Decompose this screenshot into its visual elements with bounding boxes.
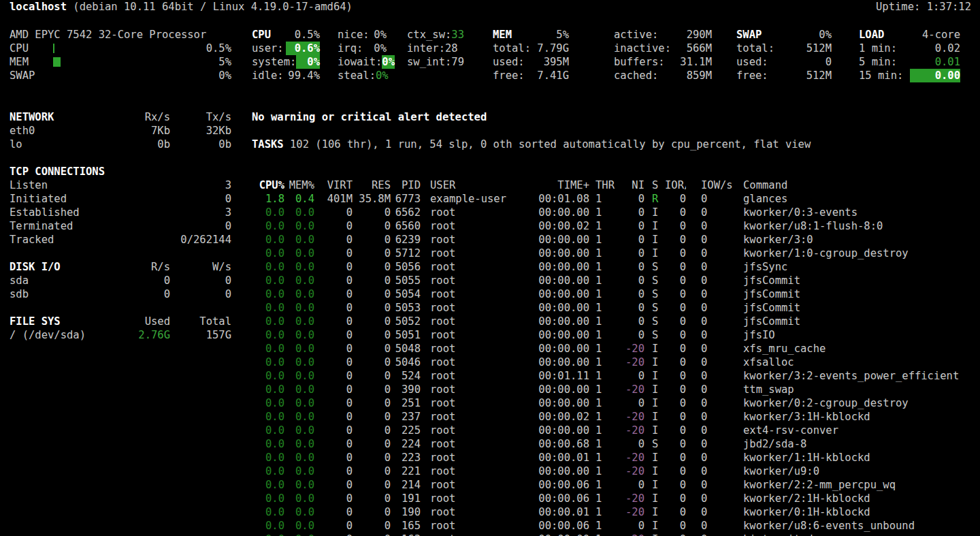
col-header-virt: VIRT	[314, 178, 353, 192]
process-cell-cpu: 0.0	[259, 233, 284, 247]
process-cell-time: 00:00.00	[532, 356, 589, 369]
process-cell-iow: 0	[686, 369, 743, 383]
kv-row: idle:99.4%	[252, 69, 320, 82]
col-header-s: S	[644, 178, 665, 192]
process-cell-ior: 0	[665, 233, 686, 247]
kv-value: 0.5%	[286, 28, 320, 42]
kv-row: 15 min:0.00	[859, 69, 960, 82]
process-cell-virt: 0	[314, 533, 353, 536]
cpu-usage-bar-fill	[53, 44, 54, 53]
process-cell-pid: 165	[391, 519, 421, 533]
process-cell-time: 00:00.68	[532, 437, 589, 451]
kv-row: buffers:31.1M	[614, 55, 712, 69]
process-cell-iow: 0	[686, 219, 743, 233]
kv-row: inactive:566M	[614, 42, 712, 55]
uptime: Uptime: 1:37:12	[876, 0, 971, 14]
process-cell-mem: 0.0	[284, 356, 314, 369]
process-row: 0.00.000165root00:00.0610I00kworker/u8:6…	[259, 519, 980, 533]
process-cell-mem: 0.0	[284, 464, 314, 478]
kv-label: FILE SYS	[10, 315, 109, 328]
process-cell-mem: 0.0	[284, 342, 314, 356]
process-cell-ior: 0	[665, 192, 686, 206]
process-cell-s: R	[644, 192, 665, 206]
process-cell-mem: 0.0	[284, 451, 314, 464]
process-cell-res: 0	[353, 478, 391, 492]
process-cell-pid: 221	[391, 464, 421, 478]
process-cell-ni: 0	[623, 396, 644, 410]
kv-label: nice:	[338, 28, 370, 42]
process-cell-user: root	[421, 533, 532, 536]
process-cell-ni: -20	[623, 451, 644, 464]
process-cell-user: root	[421, 260, 532, 274]
process-cell-pid: 5048	[391, 342, 421, 356]
kv-row: TCP CONNECTIONS	[10, 165, 231, 178]
kv-label: total:	[493, 42, 531, 55]
process-cell-mem: 0.0	[284, 437, 314, 451]
process-row: 0.00.000223root00:00.011-20I00kworker/1:…	[259, 451, 980, 464]
process-cell-ior: 0	[665, 424, 686, 437]
process-cell-thr: 1	[589, 356, 623, 369]
kv-value: 33	[451, 28, 464, 42]
kv-value: 0b	[170, 138, 231, 151]
process-cell-time: 00:00.00	[532, 328, 589, 342]
process-cell-cmd: kworker/2:1H-kblockd	[743, 492, 980, 505]
process-cell-time: 00:00.02	[532, 219, 589, 233]
process-cell-cmd: kworker/u8:6-events_unbound	[743, 519, 980, 533]
kv-row: system:0%	[252, 55, 320, 69]
kv-row: Initiated0	[10, 192, 231, 206]
process-cell-ni: 0	[623, 260, 644, 274]
process-cell-cmd: kworker/u8:1-flush-8:0	[743, 219, 980, 233]
process-cell-mem: 0.0	[284, 247, 314, 260]
process-cell-res: 0	[353, 396, 391, 410]
process-cell-cpu: 0.0	[259, 274, 284, 287]
process-cell-virt: 0	[314, 519, 353, 533]
process-cell-iow: 0	[686, 505, 743, 519]
process-row: 0.00.000237root00:00.021-20I00kworker/3:…	[259, 410, 980, 424]
kv-label: Initiated	[10, 192, 120, 206]
process-cell-mem: 0.0	[284, 233, 314, 247]
kv-label: system:	[252, 55, 296, 69]
process-cell-thr: 1	[589, 328, 623, 342]
process-cell-ni: -20	[623, 383, 644, 396]
kv-label: Terminated	[10, 219, 120, 233]
glances-terminal[interactable]: localhost (debian 10.11 64bit / Linux 4.…	[0, 0, 980, 536]
process-cell-user: root	[421, 287, 532, 301]
process-cell-ni: 0	[623, 478, 644, 492]
process-cell-s: I	[644, 492, 665, 505]
process-cell-cmd: ttm_swap	[743, 383, 980, 396]
process-cell-iow: 0	[686, 274, 743, 287]
process-cell-virt: 0	[314, 505, 353, 519]
process-cell-user: root	[421, 451, 532, 464]
process-row: 0.00.000214root00:00.0610I00kworker/2:2-…	[259, 478, 980, 492]
process-cell-thr: 1	[589, 410, 623, 424]
process-cell-res: 0	[353, 219, 391, 233]
process-cell-ni: -20	[623, 505, 644, 519]
process-cell-time: 00:00.01	[532, 505, 589, 519]
kv-value	[120, 165, 231, 178]
process-cell-pid: 6562	[391, 206, 421, 219]
process-cell-thr: 1	[589, 342, 623, 356]
process-cell-thr: 1	[589, 505, 623, 519]
process-cell-s: S	[644, 260, 665, 274]
col-header-command: Command	[743, 178, 980, 192]
process-cell-ni: 0	[623, 519, 644, 533]
process-cell-s: S	[644, 328, 665, 342]
process-cell-res: 0	[353, 519, 391, 533]
process-cell-cmd: kworker/u9:0	[743, 464, 980, 478]
process-cell-res: 0	[353, 356, 391, 369]
process-cell-user: root	[421, 396, 532, 410]
col-header-cpu: CPU%	[259, 178, 284, 192]
process-cell-iow: 0	[686, 328, 743, 342]
process-cell-cmd: kintegrityd	[743, 533, 980, 536]
process-cell-mem: 0.0	[284, 478, 314, 492]
process-cell-res: 0	[353, 342, 391, 356]
process-cell-virt: 0	[314, 383, 353, 396]
process-cell-res: 0	[353, 437, 391, 451]
kv-label: inactive:	[614, 42, 671, 55]
kv-row: used:395M	[493, 55, 569, 69]
process-cell-s: S	[644, 287, 665, 301]
mem-block-col1: MEM5%total:7.79Gused:395Mfree:7.41G	[493, 28, 569, 82]
process-cell-iow: 0	[686, 383, 743, 396]
process-cell-pid: 5054	[391, 287, 421, 301]
process-cell-cpu: 0.0	[259, 287, 284, 301]
